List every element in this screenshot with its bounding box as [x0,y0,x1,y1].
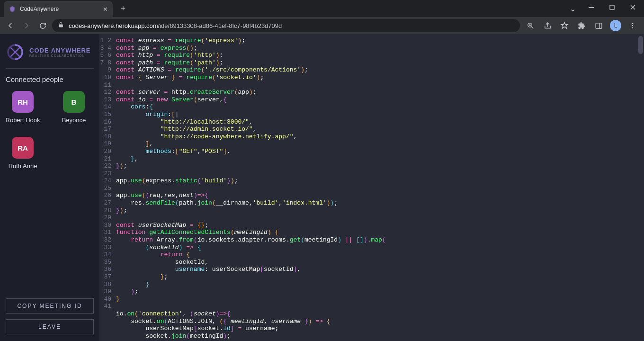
user-avatar: RH [12,91,34,113]
leave-button[interactable]: LEAVE [6,319,94,334]
kebab-menu-icon[interactable] [625,19,640,32]
nav-back-button[interactable] [4,19,17,32]
browser-titlebar: CodeAnywhere ✕ ＋ ⌄ [0,0,644,17]
user-item[interactable]: BBeyonce [57,91,91,124]
chevron-down-icon[interactable]: ⌄ [570,4,576,13]
browser-toolbar: codes-anywhere.herokuapp.com/ide/8913330… [0,17,644,34]
window-minimize[interactable] [581,0,601,14]
window-maximize[interactable] [601,0,622,14]
svg-line-5 [531,27,533,28]
user-item[interactable]: RHRobert Hook [6,91,40,124]
nav-reload-button[interactable] [36,19,49,32]
brand: CODE ANYWHERE REALTIME COLLABORATION [6,40,94,69]
line-number-gutter: 1 2 3 4 5 6 7 8 9 10 11 12 13 14 15 16 1… [100,34,114,341]
user-avatar: RA [12,137,34,159]
copy-meeting-id-button[interactable]: COPY MEETING ID [6,298,94,314]
app-root: CODE ANYWHERE REALTIME COLLABORATION Con… [0,34,644,341]
window-controls [581,0,643,14]
tab-title: CodeAnywhere [20,6,99,12]
svg-rect-8 [596,23,602,28]
sidebar: CODE ANYWHERE REALTIME COLLABORATION Con… [0,34,100,341]
svg-point-10 [632,23,633,24]
svg-rect-0 [589,7,594,8]
bookmark-star-icon[interactable] [557,19,572,32]
browser-tab[interactable]: CodeAnywhere ✕ [4,1,113,17]
lock-icon [58,22,64,29]
user-avatar: B [63,91,85,113]
svg-rect-1 [610,5,614,9]
profile-avatar[interactable]: L [610,20,621,31]
zoom-icon[interactable] [523,19,538,32]
tab-close-icon[interactable]: ✕ [103,6,108,13]
share-icon[interactable] [540,19,555,32]
connected-people-heading: Connected people [6,75,94,83]
user-name: Robert Hook [6,117,40,124]
window-close[interactable] [622,0,643,14]
extensions-icon[interactable] [574,19,589,32]
brand-logo-icon [6,43,25,62]
nav-forward-button[interactable] [20,19,33,32]
editor-scrollbar[interactable] [638,36,643,54]
user-name: Beyonce [62,117,86,124]
address-bar[interactable]: codes-anywhere.herokuapp.com/ide/8913330… [52,19,520,32]
code-content[interactable]: const express = require('express'); cons… [114,34,644,341]
brand-subtitle: REALTIME COLLABORATION [29,54,91,57]
user-item[interactable]: RARuth Anne [6,137,40,170]
user-name: Ruth Anne [9,162,37,170]
new-tab-button[interactable]: ＋ [119,3,127,13]
code-editor[interactable]: 1 2 3 4 5 6 7 8 9 10 11 12 13 14 15 16 1… [100,34,644,341]
url-text: codes-anywhere.herokuapp.com/ide/8913330… [69,22,282,29]
sidepanel-icon[interactable] [591,19,606,32]
svg-point-11 [632,25,633,26]
tab-favicon-icon [9,5,16,13]
brand-name: CODE ANYWHERE [29,47,91,54]
user-list: RHRobert HookBBeyonceRARuth Anne [6,91,94,170]
svg-point-12 [632,27,633,28]
